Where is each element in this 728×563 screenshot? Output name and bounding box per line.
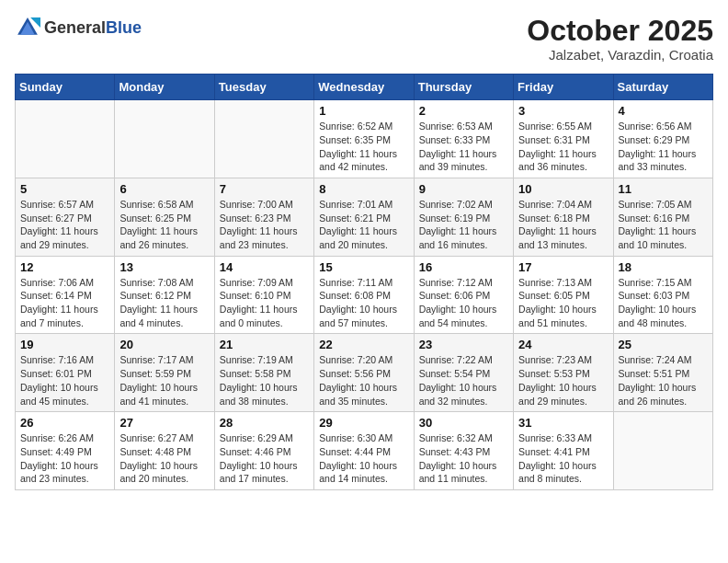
weekday-header-monday: Monday [115, 75, 214, 100]
day-info: Sunrise: 6:27 AM Sunset: 4:48 PM Dayligh… [119, 431, 209, 486]
day-number: 2 [419, 104, 508, 118]
calendar-week-row: 1Sunrise: 6:52 AM Sunset: 6:35 PM Daylig… [16, 100, 713, 178]
day-info: Sunrise: 7:09 AM Sunset: 6:10 PM Dayligh… [220, 276, 309, 330]
calendar-cell: 16Sunrise: 7:12 AM Sunset: 6:06 PM Dayli… [414, 256, 513, 334]
day-number: 7 [220, 182, 309, 196]
calendar-cell: 20Sunrise: 7:17 AM Sunset: 5:59 PM Dayli… [115, 334, 214, 412]
calendar-cell: 14Sunrise: 7:09 AM Sunset: 6:10 PM Dayli… [214, 256, 313, 334]
day-info: Sunrise: 6:33 AM Sunset: 4:41 PM Dayligh… [518, 431, 608, 486]
day-info: Sunrise: 7:13 AM Sunset: 6:05 PM Dayligh… [518, 276, 608, 330]
day-info: Sunrise: 7:15 AM Sunset: 6:03 PM Dayligh… [619, 276, 708, 330]
day-info: Sunrise: 7:08 AM Sunset: 6:12 PM Dayligh… [119, 276, 209, 330]
day-info: Sunrise: 7:04 AM Sunset: 6:18 PM Dayligh… [518, 198, 608, 252]
day-info: Sunrise: 6:32 AM Sunset: 4:43 PM Dayligh… [419, 431, 508, 486]
calendar-cell: 29Sunrise: 6:30 AM Sunset: 4:44 PM Dayli… [314, 412, 414, 490]
day-number: 19 [20, 338, 109, 351]
day-number: 23 [419, 338, 508, 351]
logo-general: General [44, 18, 106, 38]
calendar-cell: 1Sunrise: 6:52 AM Sunset: 6:35 PM Daylig… [314, 100, 414, 178]
calendar-cell: 13Sunrise: 7:08 AM Sunset: 6:12 PM Dayli… [115, 256, 214, 334]
weekday-header-wednesday: Wednesday [314, 75, 414, 100]
logo-blue: Blue [106, 18, 142, 38]
calendar-cell [613, 412, 712, 490]
day-info: Sunrise: 6:52 AM Sunset: 6:35 PM Dayligh… [319, 120, 408, 174]
title-block: October 2025 Jalzabet, Varazdin, Croatia [527, 15, 713, 63]
day-info: Sunrise: 7:01 AM Sunset: 6:21 PM Dayligh… [319, 198, 408, 252]
day-number: 22 [319, 338, 408, 351]
day-info: Sunrise: 6:58 AM Sunset: 6:25 PM Dayligh… [119, 198, 209, 252]
calendar-cell: 9Sunrise: 7:02 AM Sunset: 6:19 PM Daylig… [414, 178, 513, 256]
day-info: Sunrise: 7:05 AM Sunset: 6:16 PM Dayligh… [619, 198, 708, 252]
calendar-cell: 4Sunrise: 6:56 AM Sunset: 6:29 PM Daylig… [613, 100, 712, 178]
calendar-cell [16, 100, 115, 178]
location: Jalzabet, Varazdin, Croatia [527, 47, 713, 63]
day-info: Sunrise: 7:20 AM Sunset: 5:56 PM Dayligh… [319, 353, 408, 408]
weekday-header-sunday: Sunday [16, 75, 115, 100]
calendar-cell: 17Sunrise: 7:13 AM Sunset: 6:05 PM Dayli… [514, 256, 613, 334]
weekday-header-friday: Friday [514, 75, 613, 100]
day-number: 8 [319, 182, 408, 196]
day-number: 4 [619, 104, 708, 118]
calendar-cell: 31Sunrise: 6:33 AM Sunset: 4:41 PM Dayli… [514, 412, 613, 490]
weekday-header-thursday: Thursday [414, 75, 513, 100]
day-number: 6 [119, 182, 209, 196]
day-info: Sunrise: 6:29 AM Sunset: 4:46 PM Dayligh… [220, 431, 309, 486]
day-number: 24 [518, 338, 608, 351]
day-info: Sunrise: 7:12 AM Sunset: 6:06 PM Dayligh… [419, 276, 508, 330]
day-info: Sunrise: 7:16 AM Sunset: 6:01 PM Dayligh… [20, 353, 109, 408]
day-number: 16 [419, 260, 508, 274]
calendar-cell: 3Sunrise: 6:55 AM Sunset: 6:31 PM Daylig… [514, 100, 613, 178]
calendar-week-row: 5Sunrise: 6:57 AM Sunset: 6:27 PM Daylig… [16, 178, 713, 256]
day-number: 27 [119, 416, 209, 430]
day-number: 17 [518, 260, 608, 274]
calendar-cell: 2Sunrise: 6:53 AM Sunset: 6:33 PM Daylig… [414, 100, 513, 178]
calendar-cell: 23Sunrise: 7:22 AM Sunset: 5:54 PM Dayli… [414, 334, 513, 412]
logo: General Blue [15, 15, 142, 40]
calendar-cell: 10Sunrise: 7:04 AM Sunset: 6:18 PM Dayli… [514, 178, 613, 256]
day-number: 20 [119, 338, 209, 351]
calendar-cell: 15Sunrise: 7:11 AM Sunset: 6:08 PM Dayli… [314, 256, 414, 334]
day-info: Sunrise: 6:26 AM Sunset: 4:49 PM Dayligh… [20, 431, 109, 486]
day-number: 10 [518, 182, 608, 196]
day-number: 28 [220, 416, 309, 430]
day-number: 26 [20, 416, 109, 430]
day-info: Sunrise: 6:57 AM Sunset: 6:27 PM Dayligh… [20, 198, 109, 252]
day-info: Sunrise: 6:53 AM Sunset: 6:33 PM Dayligh… [419, 120, 508, 174]
day-info: Sunrise: 6:55 AM Sunset: 6:31 PM Dayligh… [518, 120, 608, 174]
day-number: 18 [619, 260, 708, 274]
logo-icon [15, 15, 40, 40]
calendar-cell: 30Sunrise: 6:32 AM Sunset: 4:43 PM Dayli… [414, 412, 513, 490]
day-info: Sunrise: 7:22 AM Sunset: 5:54 PM Dayligh… [419, 353, 508, 408]
calendar-cell: 28Sunrise: 6:29 AM Sunset: 4:46 PM Dayli… [214, 412, 313, 490]
day-info: Sunrise: 7:00 AM Sunset: 6:23 PM Dayligh… [220, 198, 309, 252]
day-number: 25 [619, 338, 708, 351]
day-number: 30 [419, 416, 508, 430]
calendar-cell: 24Sunrise: 7:23 AM Sunset: 5:53 PM Dayli… [514, 334, 613, 412]
calendar-week-row: 26Sunrise: 6:26 AM Sunset: 4:49 PM Dayli… [16, 412, 713, 490]
calendar-cell: 7Sunrise: 7:00 AM Sunset: 6:23 PM Daylig… [214, 178, 313, 256]
day-info: Sunrise: 7:24 AM Sunset: 5:51 PM Dayligh… [619, 353, 708, 408]
day-number: 29 [319, 416, 408, 430]
calendar-cell: 21Sunrise: 7:19 AM Sunset: 5:58 PM Dayli… [214, 334, 313, 412]
calendar-cell: 12Sunrise: 7:06 AM Sunset: 6:14 PM Dayli… [16, 256, 115, 334]
day-number: 3 [518, 104, 608, 118]
calendar-cell: 11Sunrise: 7:05 AM Sunset: 6:16 PM Dayli… [613, 178, 712, 256]
calendar-week-row: 12Sunrise: 7:06 AM Sunset: 6:14 PM Dayli… [16, 256, 713, 334]
month-title: October 2025 [527, 15, 713, 47]
day-info: Sunrise: 7:11 AM Sunset: 6:08 PM Dayligh… [319, 276, 408, 330]
day-number: 13 [119, 260, 209, 274]
calendar-cell: 25Sunrise: 7:24 AM Sunset: 5:51 PM Dayli… [613, 334, 712, 412]
calendar-cell: 27Sunrise: 6:27 AM Sunset: 4:48 PM Dayli… [115, 412, 214, 490]
weekday-header-row: SundayMondayTuesdayWednesdayThursdayFrid… [16, 75, 713, 100]
day-number: 12 [20, 260, 109, 274]
day-info: Sunrise: 6:30 AM Sunset: 4:44 PM Dayligh… [319, 431, 408, 486]
day-info: Sunrise: 7:02 AM Sunset: 6:19 PM Dayligh… [419, 198, 508, 252]
day-number: 31 [518, 416, 608, 430]
calendar-cell: 18Sunrise: 7:15 AM Sunset: 6:03 PM Dayli… [613, 256, 712, 334]
calendar-cell: 8Sunrise: 7:01 AM Sunset: 6:21 PM Daylig… [314, 178, 414, 256]
calendar-cell: 22Sunrise: 7:20 AM Sunset: 5:56 PM Dayli… [314, 334, 414, 412]
day-info: Sunrise: 7:17 AM Sunset: 5:59 PM Dayligh… [119, 353, 209, 408]
calendar-cell: 5Sunrise: 6:57 AM Sunset: 6:27 PM Daylig… [16, 178, 115, 256]
day-info: Sunrise: 7:23 AM Sunset: 5:53 PM Dayligh… [518, 353, 608, 408]
day-number: 15 [319, 260, 408, 274]
